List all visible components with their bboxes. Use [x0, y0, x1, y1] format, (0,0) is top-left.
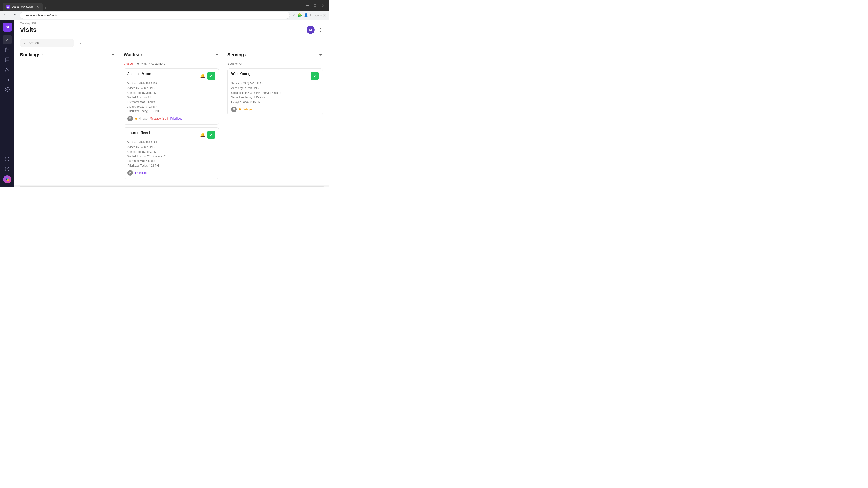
- lauren-bell-button[interactable]: 🔔: [200, 132, 205, 137]
- waitlist-wait-info: 6h wait · 4 customers: [137, 62, 165, 65]
- sidebar-user-avatar[interactable]: 🎭: [3, 175, 11, 184]
- chat-icon: [5, 57, 10, 62]
- wee-young-detail4: Serve time Today, 3:15 PM ·: [231, 95, 319, 100]
- jessica-detail2: Added by Lauren Deli ·: [127, 86, 215, 90]
- jessica-detail6: Alerted Today, 3:41 PM ·: [127, 104, 215, 109]
- serving-chevron-icon: ›: [245, 53, 246, 57]
- sidebar-item-home[interactable]: ⌂: [3, 35, 12, 44]
- bookings-column-header: Bookings › +: [20, 50, 116, 61]
- reload-button[interactable]: ↻: [12, 12, 17, 18]
- sidebar-item-chat[interactable]: [3, 55, 12, 64]
- chart-icon: [5, 77, 10, 82]
- jessica-check-button[interactable]: ✓: [207, 72, 215, 80]
- waitlist-card-jessica[interactable]: Jessica Moon 🔔 ✓ Waitlist · (484) 569-18…: [124, 68, 219, 125]
- waitlist-add-button[interactable]: +: [214, 52, 220, 58]
- sidebar-item-power[interactable]: [3, 155, 12, 164]
- lauren-name: Lauren Reech: [127, 131, 151, 135]
- lauren-detail3: Created Today, 4:23 PM ·: [127, 150, 215, 154]
- header-actions: M ⋮: [307, 26, 324, 34]
- svg-point-8: [6, 89, 8, 90]
- close-button[interactable]: ✕: [320, 2, 327, 8]
- wee-young-detail2: Added by Lauren Deli ·: [231, 86, 319, 90]
- new-tab-button[interactable]: +: [43, 6, 49, 11]
- bottom-scrollbar[interactable]: [14, 185, 329, 187]
- minimize-button[interactable]: ─: [304, 2, 310, 8]
- wee-young-name: Wee Young: [231, 72, 250, 76]
- sidebar-logo[interactable]: M: [3, 23, 12, 32]
- page-title: Visits: [20, 26, 37, 33]
- lauren-prioritized-badge[interactable]: Prioritized: [135, 171, 147, 174]
- serving-title: Serving: [227, 52, 244, 57]
- wee-young-card-actions: ✓: [311, 72, 319, 80]
- lauren-card-footer: M Prioritized: [127, 170, 215, 175]
- bookings-column: Bookings › +: [20, 50, 120, 185]
- serving-cards-list: Wee Young ✓ Serving · (484) 569-1182 · A…: [227, 68, 324, 185]
- waitlist-status-closed: Closed: [124, 62, 133, 65]
- url-bar[interactable]: new.waitwhile.com/visits: [20, 12, 290, 19]
- back-button[interactable]: ‹: [3, 12, 6, 18]
- top-header: Moodjoy7434 Visits M ⋮: [14, 20, 329, 36]
- tab-close-button[interactable]: ✕: [36, 5, 39, 8]
- jessica-card-header: Jessica Moon 🔔 ✓: [127, 72, 215, 80]
- wee-young-detail5: Delayed Today, 3:15 PM: [231, 100, 319, 104]
- jessica-card-details: Waitlist · (484) 569-1899 · Added by Lau…: [127, 81, 215, 113]
- serving-card-wee-young[interactable]: Wee Young ✓ Serving · (484) 569-1182 · A…: [227, 68, 323, 116]
- serving-column-header: Serving › +: [227, 50, 324, 61]
- jessica-bell-button[interactable]: 🔔: [200, 73, 205, 78]
- wee-young-detail1: Serving · (484) 569-1182 ·: [231, 81, 319, 86]
- sidebar-bottom: 🎭: [3, 155, 12, 184]
- wee-young-detail3: Created Today, 3:15 PM · Served 4 hours …: [231, 91, 319, 95]
- sidebar-item-settings[interactable]: [3, 85, 12, 94]
- lauren-card-header: Lauren Reech 🔔 ✓: [127, 131, 215, 139]
- jessica-footer-time: 4h ago: [139, 117, 148, 120]
- page-title-row: Visits M ⋮: [20, 26, 324, 36]
- profile-icon[interactable]: 👤: [304, 13, 308, 18]
- waitlist-cards-list: Jessica Moon 🔔 ✓ Waitlist · (484) 569-18…: [124, 68, 220, 185]
- filter-button[interactable]: [77, 39, 84, 47]
- sidebar-item-users[interactable]: [3, 65, 12, 74]
- svg-point-4: [6, 68, 8, 69]
- url-text: new.waitwhile.com/visits: [24, 13, 58, 17]
- sidebar-item-help[interactable]: [3, 164, 12, 173]
- lauren-card-details: Waitlist · (484) 569-1184 · Added by Lau…: [127, 140, 215, 168]
- jessica-detail5: Estimated wait 6 hours ·: [127, 100, 215, 104]
- lauren-check-button[interactable]: ✓: [207, 131, 215, 139]
- filter-icon: [78, 40, 83, 44]
- jessica-prioritized-badge[interactable]: Prioritized: [170, 117, 182, 120]
- jessica-detail7: Prioritized Today, 3:15 PM: [127, 109, 215, 113]
- lauren-footer-avatar: M: [127, 170, 133, 175]
- org-name: Moodjoy7434: [20, 22, 324, 25]
- power-icon: [5, 157, 10, 162]
- wee-young-delayed-badge: Delayed: [239, 107, 253, 111]
- serving-add-button[interactable]: +: [317, 52, 324, 58]
- lauren-detail2: Added by Lauren Deli ·: [127, 145, 215, 149]
- sidebar-item-calendar[interactable]: [3, 45, 12, 54]
- bookings-add-button[interactable]: +: [110, 52, 116, 58]
- sidebar: M ⌂ 🎭: [0, 20, 14, 187]
- bookmark-icon[interactable]: ☆: [292, 13, 296, 18]
- waitlist-column: Waitlist › + Closed · 6h wait · 4 custom…: [124, 50, 224, 185]
- more-options-button[interactable]: ⋮: [317, 26, 324, 33]
- main-content: Moodjoy7434 Visits M ⋮: [14, 20, 329, 187]
- waitlist-card-lauren[interactable]: Lauren Reech 🔔 ✓ Waitlist · (484) 569-11…: [124, 127, 219, 179]
- nav-buttons: ‹ › ↻: [3, 12, 17, 18]
- jessica-card-footer: M 4h ago Message failed Prioritized: [127, 116, 215, 121]
- user-avatar-header[interactable]: M: [307, 26, 315, 34]
- search-icon: [24, 41, 27, 45]
- help-icon: [5, 166, 10, 171]
- jessica-message-failed-badge[interactable]: Message failed: [150, 117, 168, 120]
- wee-young-footer-avatar: M: [231, 107, 237, 112]
- wee-young-card-details: Serving · (484) 569-1182 · Added by Laur…: [231, 81, 319, 104]
- search-input[interactable]: [29, 41, 70, 45]
- calendar-icon: [5, 47, 10, 52]
- wee-young-check-button[interactable]: ✓: [311, 72, 319, 80]
- browser-tab-active[interactable]: W Visits | Waitwhile ✕: [3, 3, 43, 11]
- sidebar-item-analytics[interactable]: [3, 75, 12, 84]
- jessica-detail1: Waitlist · (484) 569-1899 ·: [127, 81, 215, 86]
- extensions-icon[interactable]: 🧩: [298, 13, 302, 18]
- bookings-chevron-icon: ›: [42, 53, 43, 57]
- jessica-message-dot: [135, 118, 137, 120]
- search-box[interactable]: [20, 39, 74, 47]
- maximize-button[interactable]: □: [312, 2, 318, 8]
- forward-button[interactable]: ›: [7, 12, 10, 18]
